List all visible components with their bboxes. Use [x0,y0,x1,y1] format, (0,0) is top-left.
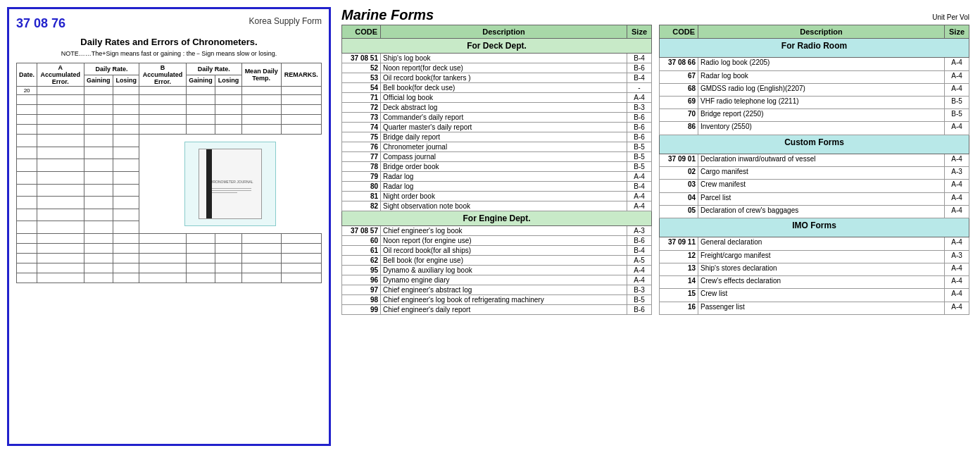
desc-cell: Radar log [381,182,627,192]
desc-cell: Chronometer journal [381,142,627,152]
desc-cell: Commander's daily report [381,113,627,123]
code-cell: 13 [660,263,698,275]
size-cell: B-4 [627,246,652,256]
size-cell: A-4 [945,58,969,70]
form-header: 37 08 76 Korea Supply Form [16,16,322,31]
table-row [17,254,322,263]
code-cell: 70 [660,109,698,122]
size-cell: B-4 [627,182,652,192]
col-b-accum: BAccumulatedError. [139,63,186,87]
size-cell: A-5 [627,256,652,266]
size-cell: B-3 [627,285,652,295]
table-row: 73Commander's daily reportB-6 [342,113,652,123]
size-cell: - [627,83,652,93]
form-number: 37 08 76 [16,16,65,31]
size-cell: B-6 [627,113,652,123]
table-row [17,125,322,135]
table-row: 14Crew's effects declarationA-4 [660,276,969,289]
desc-cell: Compass journal [381,152,627,162]
table-row: 03Crew manifestA-4 [660,180,969,192]
col-gaining-1: Gaining [84,75,113,87]
code-cell: 86 [660,122,698,135]
table-row: 98Chief engineer's log book of refrigera… [342,295,652,305]
desc-cell: Crew list [698,289,945,302]
table-row: 77Compass journalB-5 [342,152,652,162]
code-cell: 76 [342,142,381,152]
size-cell: B-6 [627,123,652,132]
table-row: 69VHF radio telephone log (2211)B-5 [660,97,969,109]
col-losing-1: Losing [113,75,139,87]
table-row: 81Night order bookA-4 [342,192,652,201]
desc-cell: Dynamo & auxiliary log book [381,266,627,275]
size-cell: B-3 [627,103,652,113]
section-header: For Engine Dept. [342,211,652,226]
size-cell: B-6 [627,305,652,315]
code-cell: 95 [342,266,381,275]
chronometer-preview: CHRONOMETER JOURNAL [184,142,276,226]
code-cell: 96 [342,275,381,285]
table-row: 54Bell book(for deck use)- [342,83,652,93]
code-cell: 02 [660,167,698,180]
table-row: 02Cargo manifestA-3 [660,167,969,180]
desc-cell: Ship's log book [381,54,627,63]
table-row: 53Oil record book(for tankers )B-4 [342,73,652,83]
section-header: For Deck Dept. [342,39,652,54]
table-row: 37 08 57Chief engineer's log bookA-3 [342,226,652,236]
size-cell: A-4 [945,192,969,205]
desc-cell: Declaration inward/outward of vessel [698,154,945,167]
desc-cell: Bell book (for engine use) [381,256,627,266]
desc-cell: Passenger list [698,302,945,314]
size-cell: B-5 [627,295,652,305]
code-cell: 80 [342,182,381,192]
desc-cell: Chief engineer's daily report [381,305,627,315]
form-note: NOTE……The+Sign means fast or gaining : t… [16,49,322,58]
table-row: 05Declaration of crew's baggagesA-4 [660,205,969,218]
size-cell: A-4 [945,154,969,167]
code-cell: 99 [342,305,381,315]
desc-cell: Radar log [381,172,627,182]
desc-cell: Cargo manifest [698,167,945,180]
size-cell: A-3 [627,226,652,236]
code-cell: 12 [660,250,698,263]
size-cell: A-4 [945,180,969,192]
code-cell: 52 [342,63,381,73]
code-cell: 78 [342,162,381,172]
size-cell: B-5 [627,142,652,152]
book-title: CHRONOMETER JOURNAL [208,180,253,184]
size-cell: A-4 [945,205,969,218]
desc-cell: Radar log book [698,70,945,83]
size-cell: B-5 [945,109,969,122]
size-cell: A-3 [945,250,969,263]
table-row [17,263,322,273]
size-cell: B-4 [627,73,652,83]
table-row [17,115,322,125]
table-row [17,234,322,244]
code-cell: 82 [342,201,381,211]
desc-cell: Noon report(for deck use) [381,63,627,73]
form-body: CHRONOMETER JOURNAL [17,95,322,283]
size-cell: A-4 [945,237,969,250]
desc-cell: Chief engineer's abstract log [381,285,627,295]
code-cell: 60 [342,236,381,246]
table-row: 52Noon report(for deck use)B-6 [342,63,652,73]
code-cell: 15 [660,289,698,302]
col-remarks: REMARKS. [281,63,321,87]
table-row: 97Chief engineer's abstract logB-3 [342,285,652,295]
size-cell: A-4 [945,122,969,135]
form-source: Korea Supply Form [249,16,322,26]
desc-cell: Sight observation note book [381,201,627,211]
code-cell: 53 [342,73,381,83]
code-cell: 14 [660,276,698,289]
table-row [17,105,322,115]
code-cell: 71 [342,93,381,103]
unit-label: Unit Per Vol [932,13,969,21]
size-cell: A-4 [627,201,652,211]
code-cell: 04 [660,192,698,205]
table-row: 76Chronometer journalB-5 [342,142,652,152]
table-row: 96Dynamo engine diaryA-4 [342,275,652,285]
right-marine-table: CODE Description Size For Radio Room37 0… [659,25,969,315]
left-table-body: For Deck Dept.37 08 51Ship's log bookB-4… [342,39,652,315]
desc-cell: Ship's stores declaration [698,263,945,275]
size-cell: B-5 [945,97,969,109]
size-cell: A-4 [945,289,969,302]
